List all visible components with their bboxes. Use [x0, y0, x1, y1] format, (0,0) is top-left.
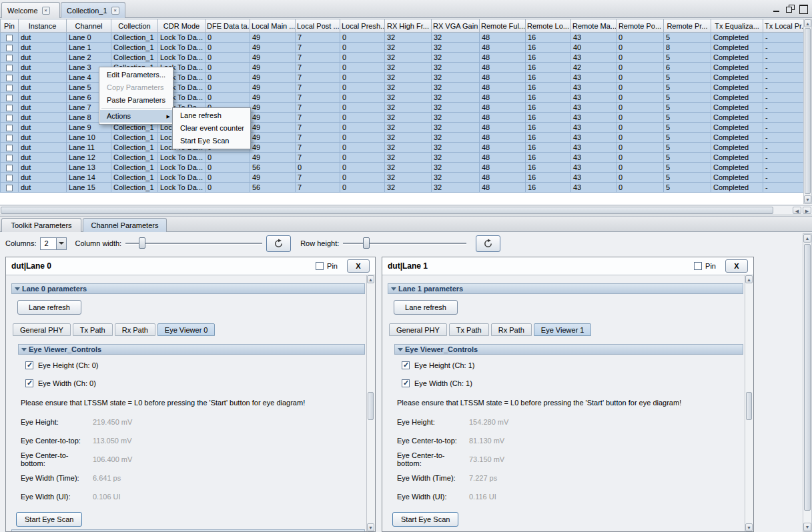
column-width-slider[interactable] [125, 237, 262, 250]
eye-width-checkbox-row[interactable]: Eye Width (Ch: 0) [25, 379, 366, 387]
tab-tx-path[interactable]: Tx Path [449, 323, 489, 336]
pin-cell[interactable] [1, 113, 19, 123]
column-header[interactable]: Instance [19, 19, 67, 33]
scroll-thumb[interactable] [746, 392, 752, 420]
pin-checkbox[interactable] [6, 45, 13, 51]
pin-checkbox[interactable] [6, 105, 13, 111]
column-header[interactable]: Local Post ... [296, 19, 340, 33]
table-row[interactable]: dutLane 0Collection_1Lock To Da...049703… [1, 33, 805, 43]
column-header[interactable]: Channel [67, 19, 111, 33]
slider-thumb[interactable] [363, 237, 370, 249]
pin-checkbox[interactable] [6, 115, 13, 121]
menu-item-edit-parameters[interactable]: Edit Parameters... [100, 69, 172, 81]
tab-rx-path[interactable]: Rx Path [491, 323, 532, 336]
column-header[interactable]: Remote Lo... [526, 19, 571, 33]
pin-checkbox[interactable] [6, 135, 13, 141]
table-row[interactable]: dutLane 1Collection_1Lock To Da...049703… [1, 43, 805, 53]
table-row[interactable]: dutLane 15Collection_1Lock To Da...05670… [1, 183, 805, 193]
eye-height-checkbox-row[interactable]: Eye Height (Ch: 1) [402, 361, 745, 369]
table-row[interactable]: dutLane 12Collection_1Lock To Da...04970… [1, 153, 805, 163]
checkbox-checked[interactable] [402, 361, 410, 369]
scroll-thumb[interactable] [805, 28, 811, 194]
column-header[interactable]: Tx Equaliza... [711, 19, 763, 33]
pin-cell[interactable] [1, 53, 19, 63]
pin-checkbox[interactable] [6, 185, 13, 191]
pin-checkbox[interactable] [6, 35, 13, 41]
pin-cell[interactable] [1, 123, 19, 133]
column-header[interactable]: Collection [111, 19, 158, 33]
table-horizontal-scrollbar[interactable]: ◀ ▶ [0, 205, 812, 215]
pin-checkbox[interactable] [6, 65, 13, 71]
menu-item-clear-event-counter[interactable]: Clear event counter [173, 122, 250, 135]
menu-item-lane-refresh[interactable]: Lane refresh [173, 109, 250, 122]
slider-thumb[interactable] [139, 237, 145, 249]
close-icon[interactable]: × [111, 7, 119, 15]
menu-item-start-eye-scan[interactable]: Start Eye Scan [173, 135, 250, 147]
tab-eye-viewer-0[interactable]: Eye Viewer 0 [157, 323, 216, 336]
tab-collection-1[interactable]: Collection_1 × [61, 2, 125, 18]
bottom-vertical-scrollbar[interactable]: ▲ ▼ [803, 233, 812, 532]
column-header[interactable]: Pin [1, 19, 19, 33]
scroll-down-icon[interactable]: ▼ [803, 523, 811, 531]
checkbox-checked[interactable] [402, 379, 410, 387]
pin-cell[interactable] [1, 43, 19, 53]
tab-eye-viewer-1[interactable]: Eye Viewer 1 [534, 323, 592, 336]
dropdown-arrow-icon[interactable] [56, 238, 66, 249]
pin-checkbox[interactable] [6, 155, 13, 161]
pin-cell[interactable] [1, 163, 19, 173]
column-header[interactable]: RX VGA Gain [432, 19, 480, 33]
columns-select[interactable]: 2 [40, 237, 67, 250]
scroll-up-icon[interactable]: ▲ [804, 19, 811, 27]
tab-rx-path[interactable]: Rx Path [115, 323, 155, 336]
pin-checkbox[interactable] [6, 165, 13, 171]
start-eye-scan-button[interactable]: Start Eye Scan [392, 512, 458, 527]
table-row[interactable]: dutLane 2Collection_1Lock To Da...049703… [1, 53, 805, 63]
pin-checkbox[interactable] [6, 85, 13, 91]
close-panel-button[interactable]: X [725, 259, 748, 273]
scroll-thumb[interactable] [804, 244, 811, 511]
tab-tx-path[interactable]: Tx Path [73, 323, 113, 336]
tab-channel-parameters[interactable]: Channel Parameters [83, 218, 167, 232]
pin-cell[interactable] [1, 33, 19, 43]
minimize-icon[interactable] [771, 4, 781, 13]
column-header[interactable]: Remote Pr... [664, 19, 711, 33]
column-header[interactable]: RX High Fr... [385, 19, 432, 33]
pin-cell[interactable] [1, 183, 19, 193]
pin-checkbox-wrap[interactable]: Pin [316, 262, 338, 270]
column-header[interactable]: DFE Data ta... [206, 19, 250, 33]
scroll-up-icon[interactable]: ▲ [745, 275, 753, 283]
scroll-up-icon[interactable]: ▲ [367, 275, 374, 283]
tab-general-phy[interactable]: General PHY [13, 323, 71, 336]
table-row[interactable]: dutLane 14Collection_1Lock To Da...04970… [1, 173, 805, 183]
eye-height-checkbox-row[interactable]: Eye Height (Ch: 0) [25, 361, 366, 369]
pin-cell[interactable] [1, 73, 19, 83]
pin-cell[interactable] [1, 143, 19, 153]
table-vertical-scrollbar[interactable]: ▲ ▼ [803, 19, 812, 204]
scroll-up-icon[interactable]: ▲ [803, 234, 811, 243]
pin-cell[interactable] [1, 153, 19, 163]
menu-item-actions[interactable]: Actions ▶ [100, 110, 172, 123]
section-lane-parameters[interactable]: Lane 0 parameters [11, 283, 365, 294]
column-header[interactable]: Remote Ma... [571, 19, 617, 33]
scroll-left-icon[interactable]: ◀ [793, 207, 801, 214]
row-height-refresh-button[interactable] [476, 235, 500, 252]
scroll-thumb[interactable] [368, 392, 374, 420]
pin-cell[interactable] [1, 133, 19, 143]
panel-scrollbar[interactable]: ▲ ▼ [366, 275, 375, 531]
tab-general-phy[interactable]: General PHY [389, 323, 447, 336]
scroll-right-icon[interactable]: ▶ [803, 207, 811, 214]
start-eye-scan-button[interactable]: Start Eye Scan [16, 512, 82, 527]
pin-checkbox[interactable] [6, 175, 13, 181]
scroll-down-icon[interactable]: ▼ [367, 523, 374, 531]
restore-icon[interactable] [785, 4, 795, 13]
table-row[interactable]: dutLane 11Collection_1Lock To Da...04970… [1, 143, 805, 153]
row-height-slider[interactable] [343, 237, 466, 250]
pin-checkbox[interactable] [6, 75, 13, 81]
lane-refresh-button[interactable]: Lane refresh [17, 300, 81, 315]
column-header[interactable]: Local Presh... [340, 19, 385, 33]
pin-checkbox[interactable] [6, 145, 13, 151]
column-header[interactable]: Remote Po... [617, 19, 664, 33]
lane-refresh-button[interactable]: Lane refresh [394, 300, 458, 315]
column-header[interactable]: Tx Local Pr... [763, 19, 805, 33]
section-lane-parameters[interactable]: Lane 1 parameters [388, 283, 743, 294]
